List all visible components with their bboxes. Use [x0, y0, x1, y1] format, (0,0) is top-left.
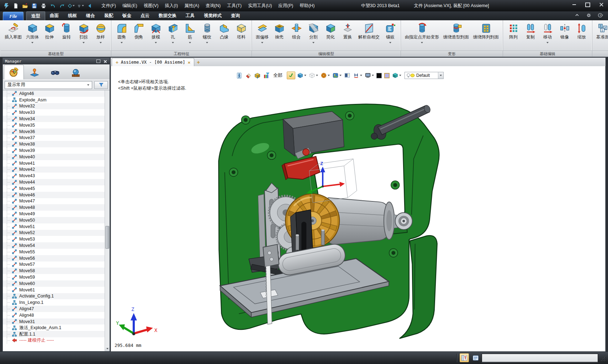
gear-icon[interactable]	[586, 12, 592, 19]
display-monitor-button[interactable]	[364, 72, 375, 79]
ribbon-button-inlay[interactable]: 镶嵌	[382, 22, 399, 45]
switch-knob[interactable]	[303, 149, 310, 155]
tree-item[interactable]: Move61	[3, 287, 105, 293]
flyout-caret[interactable]	[121, 41, 123, 45]
ribbon-button-move[interactable]: 移动	[539, 22, 556, 45]
ribbon-button-mirror[interactable]: 镜像	[556, 22, 573, 45]
ribbon-button-extrude[interactable]: 拉伸	[41, 22, 58, 45]
ribbon-button-draft[interactable]: 拔模	[147, 22, 164, 45]
menu-item[interactable]: 属性(A)	[181, 1, 202, 10]
tree-item[interactable]: Move38	[3, 141, 105, 147]
ribbon-button-box[interactable]: 六面体	[24, 22, 41, 45]
ribbon-button-sketch[interactable]: 插入草图	[2, 22, 24, 45]
manager-tab-history-manager[interactable]	[4, 65, 24, 79]
qat-view-ring[interactable]	[68, 2, 75, 9]
flyout-caret[interactable]	[189, 41, 191, 45]
combo-dropdown-button[interactable]	[438, 72, 443, 79]
flyout-caret[interactable]	[155, 41, 157, 45]
ribbon-button-face-offset[interactable]: 面偏移	[254, 22, 271, 45]
ribbon-button-scale[interactable]: 缩放	[573, 22, 590, 45]
tree-item[interactable]: Move31	[3, 318, 105, 325]
file-menu-button[interactable]: File	[3, 12, 23, 20]
tree-item[interactable]: Move34	[3, 116, 105, 122]
menu-item[interactable]: 插入(I)	[162, 1, 181, 10]
render-mode-button[interactable]	[332, 72, 342, 79]
flyout-caret[interactable]	[261, 41, 263, 45]
qat-new-file[interactable]	[12, 2, 19, 9]
close-button[interactable]	[597, 1, 606, 8]
tree-item[interactable]: Move44	[3, 179, 105, 185]
ribbon-tab-1[interactable]: 造型	[26, 11, 45, 20]
viewport[interactable]: <单击右键>环境相关选项. <Shift +鼠标右键>显示选择过滤器. 全部De…	[111, 66, 606, 352]
menu-item[interactable]: 帮助(H)	[296, 1, 318, 10]
qat-open-file[interactable]	[21, 2, 28, 9]
tree-item[interactable]: Move33	[3, 109, 105, 116]
tree-item[interactable]: Move58	[3, 268, 105, 274]
tree-item[interactable]: Move41	[3, 160, 105, 167]
flyout-caret[interactable]	[389, 41, 391, 45]
collapse-ribbon-icon[interactable]	[574, 12, 580, 19]
tree-item[interactable]: Align46	[3, 90, 105, 97]
ribbon-button-split[interactable]: 分割	[305, 22, 322, 45]
ribbon-button-pattern[interactable]: 阵列	[505, 22, 522, 45]
color-filter-icon[interactable]	[262, 72, 270, 79]
tree-item[interactable]: Move55	[3, 249, 105, 255]
tree-item[interactable]: Move32	[3, 103, 105, 110]
manager-close-button[interactable]	[103, 59, 107, 63]
tree-item[interactable]: Move49	[3, 211, 105, 217]
tree-item[interactable]: Move37	[3, 135, 105, 141]
ribbon-tab-8[interactable]: 数据交换	[154, 11, 181, 20]
tree-item[interactable]: Align47	[3, 306, 105, 312]
menu-item[interactable]: 文件(F)	[98, 1, 119, 10]
ribbon-button-hole[interactable]: 孔	[164, 22, 181, 45]
resize-grip[interactable]	[601, 357, 606, 362]
ribbon-button-stock[interactable]: 坯料	[233, 22, 250, 45]
show-manager-panel-button[interactable]	[460, 353, 469, 362]
tree-item[interactable]: Move43	[3, 173, 105, 179]
tree-item[interactable]: 激活_Explode_Asm.1	[3, 325, 105, 331]
flyout-caret[interactable]	[312, 41, 314, 45]
section-box-icon[interactable]	[253, 72, 261, 79]
qat-save-file[interactable]	[31, 2, 38, 9]
tree-item[interactable]: Move60	[3, 280, 105, 287]
tree-item[interactable]: Move51	[3, 223, 105, 230]
qat-app-logo[interactable]	[3, 2, 10, 9]
ribbon-tab-10[interactable]: 视觉样式	[199, 11, 226, 20]
ribbon-tab-5[interactable]: 装配	[100, 11, 118, 20]
flyout-caret[interactable]	[206, 41, 208, 45]
ribbon-tab-9[interactable]: 工具	[181, 11, 199, 20]
tree-item[interactable]: Move36	[3, 128, 105, 135]
qat-collapse-left[interactable]	[86, 2, 93, 9]
tree-item[interactable]: Move56	[3, 255, 105, 262]
shade-cube-button[interactable]	[391, 72, 402, 79]
background-black-swatch[interactable]	[376, 73, 382, 78]
shaded-display-button[interactable]	[296, 72, 307, 79]
ribbon-tab-11[interactable]: 查询	[226, 11, 244, 20]
light-default-combo[interactable]: Default	[405, 72, 444, 79]
tree-item[interactable]: Move45	[3, 185, 105, 192]
ribbon-tab-7[interactable]: 点云	[136, 11, 154, 20]
tree-item[interactable]: Move52	[3, 230, 105, 236]
ribbon-button-sweep[interactable]: 扫掠	[75, 22, 92, 45]
flyout-caret[interactable]	[172, 41, 174, 45]
tree-item[interactable]: Move54	[3, 242, 105, 249]
eraser-icon[interactable]	[244, 72, 252, 79]
model-canvas[interactable]: Z Z X Y	[111, 66, 605, 351]
manager-tab-assembly-manager[interactable]	[25, 66, 44, 79]
tree-item[interactable]: Move48	[3, 204, 105, 211]
wireframe-display-button[interactable]	[308, 72, 319, 79]
tree-item[interactable]: Activate_Config.1	[3, 293, 105, 300]
maximize-button[interactable]	[583, 1, 592, 8]
ribbon-button-simplify[interactable]: 简化	[322, 22, 339, 45]
ribbon-tab-6[interactable]: 钣金	[118, 11, 136, 20]
ribbon-button-revolve[interactable]: 旋转	[58, 22, 75, 45]
document-tab-close-icon[interactable]: ×	[187, 60, 190, 65]
tree-item[interactable]: ----- 建模停止 -----	[3, 337, 105, 344]
tree-item[interactable]: Explode_Asm	[3, 97, 105, 103]
ribbon-tab-2[interactable]: 曲面	[45, 11, 63, 20]
menu-item[interactable]: 工具(T)	[224, 1, 245, 10]
ribbon-button-copy[interactable]: 复制	[522, 22, 539, 45]
ribbon-button-replace[interactable]: 置换	[339, 22, 356, 45]
manager-tab-render-manager[interactable]	[66, 66, 86, 79]
manager-tab-visibility-manager[interactable]	[45, 66, 65, 79]
